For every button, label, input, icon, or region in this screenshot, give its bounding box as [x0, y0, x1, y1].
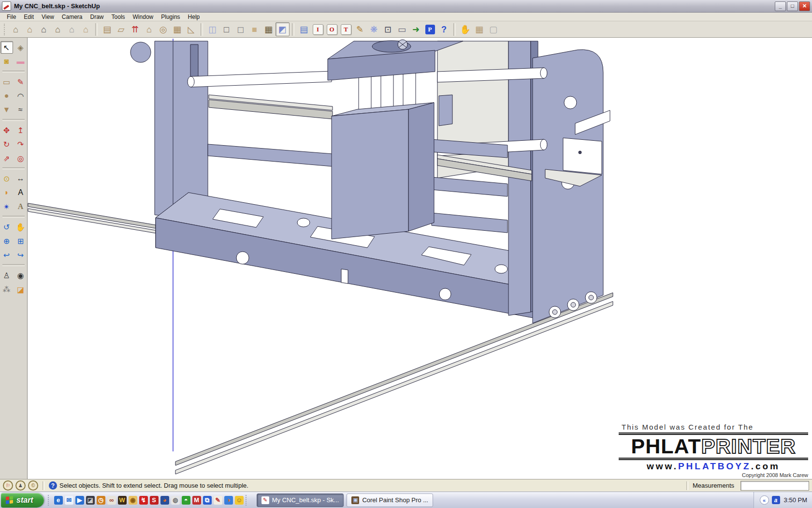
quick-launch-handle[interactable] [48, 495, 51, 506]
axes-tool[interactable]: ✴ [0, 200, 13, 213]
plugin-pen-button[interactable]: ✎ [353, 22, 367, 36]
page-disabled-button[interactable]: ▢ [486, 22, 500, 36]
rectangle-tool[interactable]: ▭ [0, 75, 13, 88]
power-app-icon[interactable]: ◓ [182, 496, 190, 505]
toolbar-grip[interactable] [4, 24, 7, 35]
model-viewport[interactable]: This Model was Created for The PHLATPRIN… [28, 38, 812, 479]
menu-edit[interactable]: Edit [20, 13, 38, 21]
sandbox-from-scratch-button[interactable]: ▱ [114, 22, 128, 36]
cd-burner-icon[interactable]: ◍ [171, 496, 180, 505]
section-plane-tool[interactable]: ◪ [14, 283, 27, 296]
zoom-next-tool[interactable]: ↪ [14, 249, 27, 261]
sandbox-add-detail-button[interactable]: ▦ [170, 22, 184, 36]
start-button[interactable]: start [1, 493, 44, 508]
pan-tool[interactable]: ✋ [14, 221, 27, 233]
plugin-help-button[interactable]: ? [437, 22, 451, 36]
menu-view[interactable]: View [38, 13, 58, 21]
protractor-tool[interactable]: ◗ [0, 186, 13, 199]
component-brick-button[interactable]: ▦ [472, 22, 486, 36]
eraser-tool[interactable]: ▬ [14, 55, 27, 68]
dimension-tool[interactable]: ↔ [14, 172, 27, 185]
look-around-tool[interactable]: ◉ [14, 269, 27, 282]
task-paint-shop-pro[interactable]: ▣ Corel Paint Shop Pro ... [347, 493, 433, 507]
push-pull-tool[interactable]: ↥ [14, 124, 27, 136]
internet-explorer-icon[interactable]: e [54, 496, 63, 505]
zoom-window-tool[interactable]: ⊞ [14, 235, 27, 247]
plugin-marquee-button[interactable]: ▭ [395, 22, 409, 36]
plugin-center-point-button[interactable]: ❋ [367, 22, 381, 36]
iso-view-button[interactable]: ⌂ [9, 22, 23, 36]
m-app-icon[interactable]: M [192, 496, 201, 505]
scale-tool[interactable]: ⇗ [0, 152, 13, 164]
orbit-tool[interactable]: ↺ [0, 221, 13, 233]
browser-ball-icon[interactable]: ◑ [224, 496, 233, 505]
select-tool[interactable]: ↖ [0, 41, 13, 54]
move-tool[interactable]: ✥ [0, 124, 13, 136]
geolocate-icon[interactable]: ⚐ [3, 480, 13, 491]
tape-measure-tool[interactable]: ⊙ [0, 172, 13, 185]
menu-tools[interactable]: Tools [108, 13, 129, 21]
offset-tool[interactable]: ◎ [14, 152, 27, 164]
tray-collapse-chevron[interactable]: « [760, 495, 769, 505]
task-sketchup[interactable]: ✎ My CNC_belt.skp - Sk... [257, 493, 344, 507]
plugin-select-brackets-button[interactable]: ⊡ [381, 22, 395, 36]
plugin-tabs-button[interactable]: T [339, 22, 353, 36]
quick-launch-handle[interactable] [246, 495, 248, 506]
menu-help[interactable]: Help [184, 13, 204, 21]
left-view-button[interactable]: ⌂ [79, 22, 93, 36]
measurements-input[interactable] [740, 481, 809, 491]
front-view-button[interactable]: ⌂ [37, 22, 51, 36]
rotate-tool[interactable]: ↻ [0, 138, 13, 150]
maximize-button[interactable]: □ [787, 1, 798, 11]
plugin-dialog-button[interactable]: ▤ [297, 22, 311, 36]
back-view-button[interactable]: ⌂ [65, 22, 79, 36]
hidden-line-style-button[interactable]: ◻ [233, 22, 247, 36]
link-app-icon[interactable]: ∞ [107, 496, 116, 505]
plugin-outside-button[interactable]: O [325, 22, 339, 36]
menu-file[interactable]: File [3, 13, 20, 21]
menu-plugins[interactable]: Plugins [157, 13, 184, 21]
sketchup-launcher-icon[interactable]: S [150, 496, 159, 505]
sandbox-stamp-button[interactable]: ⌂ [142, 22, 156, 36]
menu-window[interactable]: Window [129, 13, 158, 21]
photo-app-icon[interactable]: ◪ [86, 496, 95, 505]
paint-bucket-tool[interactable]: ◙ [0, 55, 13, 68]
sandbox-flip-edge-button[interactable]: ◺ [184, 22, 198, 36]
circle-tool[interactable]: ● [0, 90, 13, 102]
right-view-button[interactable]: ⌂ [51, 22, 65, 36]
wow-icon[interactable]: W [118, 496, 127, 505]
plugin-inside-button[interactable]: I [311, 22, 325, 36]
shaded-style-button[interactable]: ■ [247, 22, 261, 36]
minimize-button[interactable]: _ [775, 1, 786, 11]
model-owner-icon[interactable]: ♟ [15, 480, 26, 491]
status-help-icon[interactable]: ? [49, 481, 57, 490]
freehand-tool[interactable]: ≈ [14, 104, 27, 116]
plugin-pd-button[interactable]: P [423, 22, 437, 36]
line-tool[interactable]: ✎ [14, 75, 27, 88]
media-player-icon[interactable]: ▶ [75, 496, 84, 505]
arc-tool[interactable]: ◠ [14, 90, 27, 102]
menu-draw[interactable]: Draw [87, 13, 108, 21]
file-manager-icon[interactable]: ⧉ [203, 496, 212, 505]
text-tool[interactable]: A [14, 186, 27, 199]
polygon-tool[interactable]: ▼ [0, 104, 13, 116]
pencil-app-icon[interactable]: ✎ [214, 496, 222, 505]
walk-tool[interactable]: ⁂ [0, 283, 13, 296]
sandbox-smoove-button[interactable]: ⇈ [128, 22, 142, 36]
gold-badge-icon[interactable]: ◉ [129, 496, 137, 505]
pan-hand-button[interactable]: ✋ [458, 22, 472, 36]
plugin-export-gcode-button[interactable]: ➜ [409, 22, 423, 36]
top-view-button[interactable]: ⌂ [23, 22, 37, 36]
follow-me-tool[interactable]: ↷ [14, 138, 27, 150]
cnc-machine-model[interactable] [130, 40, 610, 323]
xray-style-button[interactable]: ◫ [205, 22, 219, 36]
3d-text-tool[interactable]: A [14, 200, 27, 213]
bolt-app-icon[interactable]: ↯ [139, 496, 148, 505]
credits-icon[interactable]: © [28, 480, 38, 491]
sandbox-drape-button[interactable]: ◎ [156, 22, 170, 36]
tray-app-icon[interactable]: a [772, 496, 780, 504]
position-camera-tool[interactable]: ♙ [0, 269, 13, 282]
clock-app-icon[interactable]: ◷ [97, 496, 105, 505]
firefox-icon[interactable]: ◕ [160, 496, 169, 505]
menu-camera[interactable]: Camera [58, 13, 87, 21]
